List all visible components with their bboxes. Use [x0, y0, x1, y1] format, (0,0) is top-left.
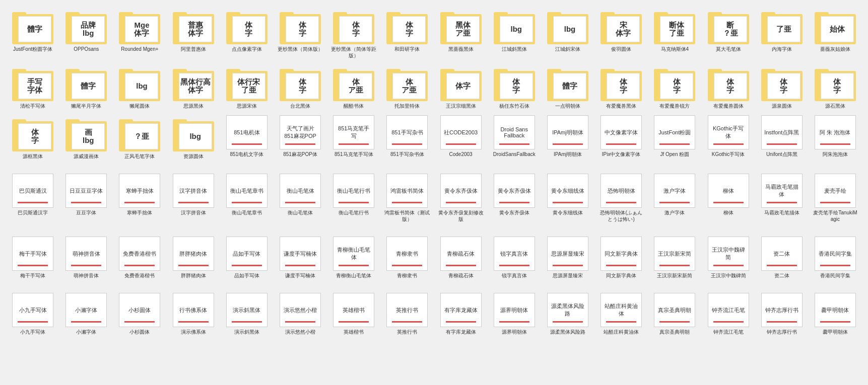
list-item[interactable]: 体 字更纱黑体（简体等距版）	[328, 7, 379, 60]
list-item[interactable]: 体 字有爱魔兽圆体	[702, 64, 754, 110]
list-item[interactable]: 王汉宗中魏碑简王汉宗中魏碑简	[702, 236, 754, 280]
list-item[interactable]: 鸿雷板书简体鸿雷板书简体（测试版）	[381, 173, 433, 223]
list-item[interactable]: 真宗圣典明朝真宗圣典明朝	[649, 292, 700, 336]
list-item[interactable]: Instfont点阵黑Unifont点阵黑	[756, 114, 808, 161]
list-item[interactable]: 演示悠然小楷演示悠然小楷	[275, 292, 326, 336]
list-item[interactable]: 体 字更纱黑体（简体版）	[275, 7, 326, 60]
folder-icon: 体字	[438, 65, 484, 101]
list-item[interactable]: 小濑字体小濑字体	[60, 292, 112, 336]
list-item[interactable]: 青柳隶书青柳隶书	[381, 236, 433, 280]
list-item[interactable]: 851电机体851电机文字体	[221, 114, 273, 161]
list-item[interactable]: 巴贝斯通汉巴贝斯通汉字	[7, 173, 58, 223]
list-item[interactable]: lbg江城斜宋体	[542, 7, 593, 60]
list-item[interactable]: JustFont粉圆Jf Open 粉圆	[649, 114, 700, 161]
list-item[interactable]: 体行宋 了亜思源宋体	[221, 64, 273, 110]
list-item[interactable]: 体 字有爱魔兽锐方	[649, 64, 700, 110]
list-item[interactable]: 黄令东细线体黄令东细线体	[542, 173, 593, 223]
list-item[interactable]: 萌神拼音体萌神拼音体	[60, 236, 112, 280]
list-item[interactable]: 爨甲明朝体爨甲明朝体	[810, 292, 861, 336]
list-item[interactable]: 青柳疏石体青柳疏石体	[435, 236, 487, 280]
list-item[interactable]: 品牌 lbgOPPOsans	[60, 7, 112, 60]
list-item[interactable]: 梅干手写体梅干手写体	[7, 236, 58, 280]
list-item[interactable]: 钟齐流江毛笔钟齐流江毛笔	[702, 292, 754, 336]
list-item[interactable]: 胖胖猪肉体胖胖猪肉体	[168, 236, 219, 280]
list-item[interactable]: 体 字和田研字体	[381, 7, 433, 60]
list-item[interactable]: 寒蝉手拙体寒蝉手拙体	[114, 173, 165, 223]
list-item[interactable]: 谦度手写楠体谦度手写楠体	[275, 236, 326, 280]
list-item[interactable]: ？亜正风毛笔字体	[114, 114, 165, 161]
list-item[interactable]: 851马克笔手写851马克笔手写体	[328, 114, 379, 161]
list-item[interactable]: 体 字点点像素字体	[221, 7, 273, 60]
list-item[interactable]: 小九手写体小九手写体	[7, 292, 58, 336]
list-item[interactable]: 体 字源泉圆体	[756, 64, 808, 110]
list-item[interactable]: 激户字体激户字体	[649, 173, 700, 223]
list-item[interactable]: 小杉圆体小杉圆体	[114, 292, 165, 336]
list-item[interactable]: 品如手写体品如手写体	[221, 236, 273, 280]
list-item[interactable]: 英推行书英推行书	[381, 292, 433, 336]
list-item[interactable]: 體字獭尾半月字体	[60, 64, 112, 110]
list-item[interactable]: 黑体 ア亜黑蔷薇黑体	[435, 7, 487, 60]
list-item[interactable]: 衡山毛笔章书衡山毛笔章书	[221, 173, 273, 223]
list-item[interactable]: 免费香港楷书免费香港楷书	[114, 236, 165, 280]
list-item[interactable]: 宋 体字俊羽圆体	[595, 7, 647, 60]
list-item[interactable]: 演示斜黑体演示斜黑体	[221, 292, 273, 336]
list-item[interactable]: 衡山毛笔体衡山毛笔体	[275, 173, 326, 223]
list-item[interactable]: Droid Sans FallbackDroidSansFallback	[489, 114, 540, 161]
list-item[interactable]: 有字库龙藏体有字库龙藏体	[435, 292, 487, 336]
font-label: 青柳衡山毛笔体	[336, 272, 371, 279]
list-item[interactable]: lbg獭尾圆体	[114, 64, 165, 110]
list-item[interactable]: lbg江城斜黑体	[489, 7, 540, 60]
list-item[interactable]: 阿 朱 泡泡体阿朱泡泡体	[810, 114, 861, 161]
font-label: 恐怖明朝体(ふぁんとうは怖い)	[598, 209, 644, 222]
list-item[interactable]: 851手写杂书851手写杂书体	[381, 114, 433, 161]
list-item[interactable]: 马霸政毛笔描体马霸政毛笔描体	[756, 173, 808, 223]
list-item[interactable]: 同文新字典体同文新字典体	[595, 236, 647, 280]
list-item[interactable]: 体字王汉宗细黑体	[435, 64, 487, 110]
list-item[interactable]: 香港民间字集香港民间字集	[810, 236, 861, 280]
list-item[interactable]: 普惠 体字阿里普惠体	[168, 7, 219, 60]
list-item[interactable]: 断 ？亜莫大毛笔体	[702, 7, 754, 60]
list-item[interactable]: 中文像素字体IPix中文像素字体	[595, 114, 647, 161]
list-item[interactable]: 断体 了亜马克纳斯体4	[649, 7, 700, 60]
list-item[interactable]: 黄令东齐伋体黄令东齐伋复刻修改版	[435, 173, 487, 223]
list-item[interactable]: 源界明朝体源界明朝体	[489, 292, 540, 336]
list-item[interactable]: lbg资源圆体	[168, 114, 219, 161]
list-item[interactable]: 了亜内海字体	[756, 7, 808, 60]
list-item[interactable]: 画 lbg源威漫画体	[60, 114, 112, 161]
list-item[interactable]: 英雄楷书英雄楷书	[328, 292, 379, 336]
list-item[interactable]: 体 字源石黑体	[810, 64, 861, 110]
list-item[interactable]: 手写 字体清松手写体	[7, 64, 58, 110]
list-item[interactable]: 始体蔷薇灰姑娘体	[810, 7, 861, 60]
list-item[interactable]: 青柳衡山毛笔体青柳衡山毛笔体	[328, 236, 379, 280]
list-item[interactable]: 恐怖明朝体恐怖明朝体(ふぁんとうは怖い)	[595, 173, 647, 223]
list-item[interactable]: 源柔黑体风险路源柔黑体风险路	[542, 292, 593, 336]
list-item[interactable]: 體字JustFont粉圆字体	[7, 7, 58, 60]
list-item[interactable]: 体 ア亜醒酷书体	[328, 64, 379, 110]
list-item[interactable]: 麦壳手绘麦壳笔手绘TanukiMagic	[810, 173, 861, 223]
list-item[interactable]: 站酷庄科黄油体站酷庄科黄油体	[595, 292, 647, 336]
list-item[interactable]: IPAmj明朝体IPAmj明朝体	[542, 114, 593, 161]
list-item[interactable]: Mge 体字Rounded Mgen+	[114, 7, 165, 60]
folder-icon: 黑体行高 体字	[171, 65, 216, 101]
list-item[interactable]: 行书佛系体演示佛系体	[168, 292, 219, 336]
list-item[interactable]: 体 ア亜托加里特体	[381, 64, 433, 110]
list-item[interactable]: 社CODE2003Code2003	[435, 114, 487, 161]
list-item[interactable]: 钟齐志厚行书钟齐志厚行书	[756, 292, 808, 336]
list-item[interactable]: 日豆豆豆字体豆豆字体	[60, 173, 112, 223]
list-item[interactable]: 柳体柳体	[702, 173, 754, 223]
list-item[interactable]: 天气了画片 851麻花POP851麻花POP体	[275, 114, 326, 161]
list-item[interactable]: 体 字杨任东竹石体	[489, 64, 540, 110]
list-item[interactable]: 體字一点明朝体	[542, 64, 593, 110]
list-item[interactable]: 衡山毛笔行书衡山毛笔行书	[328, 173, 379, 223]
list-item[interactable]: 体 字有爱魔兽黑体	[595, 64, 647, 110]
list-item[interactable]: KGothic手写体KGothic手写体	[702, 114, 754, 161]
list-item[interactable]: 体 字台北黑体	[275, 64, 326, 110]
list-item[interactable]: 思源屏显臻宋思源屏显臻宋	[542, 236, 593, 280]
list-item[interactable]: 体 字源框黑体	[7, 114, 58, 161]
list-item[interactable]: 资二体资二体	[756, 236, 808, 280]
list-item[interactable]: 黑体行高 体字思源黑体	[168, 64, 219, 110]
list-item[interactable]: 锐字真言体锐字真言体	[489, 236, 540, 280]
list-item[interactable]: 黄令东齐伋体黄令东齐伋体	[489, 173, 540, 223]
list-item[interactable]: 汉字拼音体汉字拼音体	[168, 173, 219, 223]
list-item[interactable]: 王汉宗新宋简王汉宗新宋新简	[649, 236, 700, 280]
